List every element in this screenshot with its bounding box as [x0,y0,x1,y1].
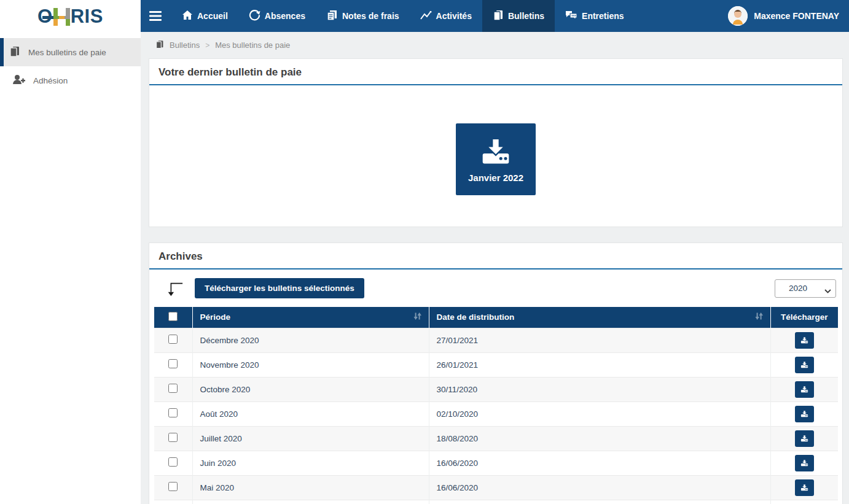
table-row: Mai 2020 16/06/2020 [154,475,838,500]
row-checkbox[interactable] [168,433,178,442]
row-checkbox[interactable] [168,359,178,368]
periode-cell: Mars 2020 [192,500,429,504]
sort-arrows-icon [413,312,421,322]
row-download-button[interactable] [795,406,814,422]
nav-item-label: Absences [265,11,305,21]
rotate-arrow-icon [249,9,260,23]
documents-icon [9,46,20,59]
row-checkbox[interactable] [168,457,178,467]
date-cell: 02/10/2020 [429,401,770,426]
date-cell: 10/04/2020 [429,500,770,504]
row-download-button[interactable] [795,357,814,373]
latest-payslip-card: Votre dernier bulletin de paie Janvier 2… [149,58,843,227]
periode-cell: Novembre 2020 [192,352,429,377]
table-header-row: Période Date de distribution [154,307,838,328]
nav-item-entretiens[interactable]: Entretiens [555,0,634,32]
table-row: Août 2020 02/10/2020 [154,401,838,426]
column-header-date[interactable]: Date de distribution [429,307,770,328]
download-selected-button[interactable]: Télécharger les bulletins sélectionnés [195,278,364,298]
archives-title: Archives [149,243,842,269]
date-cell: 27/01/2021 [429,328,770,352]
nav-item-absences[interactable]: Absences [238,0,316,32]
table-row: Juin 2020 16/06/2020 [154,451,838,475]
nav-item-label: Notes de frais [342,11,399,21]
date-cell: 18/08/2020 [429,426,770,451]
sidebar-item-mes-bulletins[interactable]: Mes bulletins de paie [0,38,141,66]
row-download-button[interactable] [795,455,814,471]
user-name: Maxence FONTENAY [754,11,839,21]
column-header-periode[interactable]: Période [192,307,429,328]
row-download-button[interactable] [795,430,814,447]
logo-letter-h [53,7,70,26]
row-checkbox[interactable] [168,408,178,417]
nav-item-label: Entretiens [582,11,624,21]
row-checkbox[interactable] [168,482,178,491]
sidebar-item-label: Adhésion [33,76,68,85]
breadcrumb-current: Mes bulletins de paie [215,41,290,50]
documents-icon [155,40,164,51]
date-cell: 30/11/2020 [429,377,770,401]
periode-cell: Juillet 2020 [192,426,429,451]
column-label: Télécharger [781,312,828,322]
nav-item-bulletins[interactable]: Bulletins [482,0,555,32]
table-row: Octobre 2020 30/11/2020 [154,377,838,401]
row-checkbox[interactable] [168,384,178,393]
row-download-button[interactable] [795,332,814,349]
main-content: Bulletins > Mes bulletins de paie Votre … [141,32,849,504]
archives-toolbar: Télécharger les bulletins sélectionnés 2… [149,269,842,304]
topbar: O RIS Accueil [0,0,849,32]
level-down-arrow-icon [165,280,184,297]
download-icon [477,136,515,170]
ohris-logo[interactable]: O RIS [37,7,103,26]
sidebar-item-adhesion[interactable]: Adhésion [0,66,141,95]
periode-cell: Octobre 2020 [192,377,429,401]
breadcrumb-separator: > [205,41,209,50]
select-all-header [154,307,192,328]
breadcrumb: Bulletins > Mes bulletins de paie [149,32,843,58]
page-shell: Mes bulletins de paie Adhésion Bulletins… [0,32,849,504]
latest-payslip-download-tile[interactable]: Janvier 2022 [456,123,536,195]
column-label: Date de distribution [437,312,515,322]
nav-item-label: Activités [436,11,472,21]
receipts-icon [326,10,338,23]
row-checkbox[interactable] [168,335,178,344]
home-icon [182,10,193,22]
nav-item-activites[interactable]: Activités [410,0,482,32]
sidebar: Mes bulletins de paie Adhésion [0,32,141,504]
user-plus-icon [13,74,25,87]
periode-cell: Août 2020 [192,401,429,426]
sort-arrows-icon [755,312,763,322]
logo-h-crossbar [42,16,70,19]
user-menu[interactable]: Maxence FONTENAY [718,0,849,32]
table-row: Novembre 2020 26/01/2021 [154,352,838,377]
nav-item-notes-de-frais[interactable]: Notes de frais [316,0,410,32]
latest-payslip-title: Votre dernier bulletin de paie [149,59,842,85]
select-all-checkbox[interactable] [168,312,178,321]
column-header-telecharger: Télécharger [770,307,838,328]
chart-line-icon [420,10,432,22]
date-cell: 26/01/2021 [429,352,770,377]
documents-icon [493,10,504,23]
column-label: Période [200,312,231,322]
breadcrumb-root[interactable]: Bulletins [170,41,200,50]
year-filter: 2020 [775,279,836,298]
nav-item-accueil[interactable]: Accueil [171,0,238,32]
periode-cell: Mai 2020 [192,475,429,500]
logo-letters-ris: RIS [71,7,103,26]
hamburger-icon[interactable] [141,0,171,32]
archives-card: Archives Télécharger les bulletins sélec… [149,242,843,504]
sidebar-item-label: Mes bulletins de paie [28,48,106,57]
nav-item-label: Bulletins [508,11,544,21]
latest-payslip-body: Janvier 2022 [149,85,842,195]
date-cell: 16/06/2020 [429,451,770,475]
table-row: Juillet 2020 18/08/2020 [154,426,838,451]
table-row: Mars 2020 10/04/2020 [154,500,838,504]
row-download-button[interactable] [795,479,814,496]
latest-payslip-period: Janvier 2022 [468,173,523,183]
chat-bubbles-icon [565,10,577,22]
logo-box: O RIS [0,0,141,32]
row-download-button[interactable] [795,381,814,398]
year-select[interactable]: 2020 [775,279,836,298]
main-navbar: Accueil Absences Notes de frais Activité… [141,0,849,32]
periode-cell: Juin 2020 [192,451,429,475]
